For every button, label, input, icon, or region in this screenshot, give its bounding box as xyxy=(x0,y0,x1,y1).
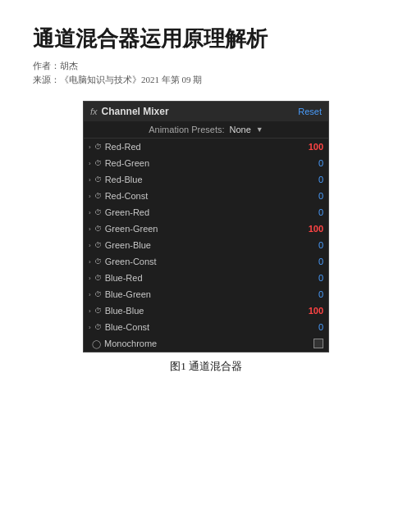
expand-arrow-icon[interactable]: › xyxy=(89,291,91,298)
author-meta: 作者：胡杰 xyxy=(33,60,379,72)
clock-icon: ⏱ xyxy=(94,290,102,298)
animation-presets-label: Animation Presets: xyxy=(149,125,224,134)
expand-arrow-icon[interactable]: › xyxy=(89,225,91,233)
expand-arrow-icon[interactable]: › xyxy=(89,324,91,331)
param-row: ›⏱Red-Const0 xyxy=(84,188,328,204)
panel-title: Channel Mixer xyxy=(102,106,169,117)
param-value[interactable]: 0 xyxy=(318,207,323,217)
param-value[interactable]: 0 xyxy=(318,289,323,299)
param-name: Green-Blue xyxy=(105,240,318,250)
param-name: Green-Green xyxy=(105,224,309,234)
param-value[interactable]: 100 xyxy=(309,224,323,234)
figure-container: fx Channel Mixer Reset Animation Presets… xyxy=(33,101,379,374)
clock-icon: ⏱ xyxy=(94,208,102,216)
expand-arrow-icon[interactable]: › xyxy=(89,160,91,167)
clock-icon: ⏱ xyxy=(94,257,102,266)
param-rows-container: ›⏱Red-Red100›⏱Red-Green0›⏱Red-Blue0›⏱Red… xyxy=(84,139,328,335)
param-row: ›⏱Blue-Red0 xyxy=(84,270,328,286)
param-value[interactable]: 0 xyxy=(318,273,323,283)
expand-arrow-icon[interactable]: › xyxy=(89,258,91,266)
clock-icon: ⏱ xyxy=(94,159,102,167)
param-name: Red-Const xyxy=(105,191,318,201)
param-value[interactable]: 0 xyxy=(318,175,323,184)
param-value[interactable]: 0 xyxy=(318,257,323,266)
param-row: ›⏱Green-Green100 xyxy=(84,221,328,237)
clock-icon: ⏱ xyxy=(94,274,102,282)
figure-caption: 图1 通道混合器 xyxy=(170,359,242,374)
param-name: Blue-Red xyxy=(105,273,318,283)
param-value[interactable]: 0 xyxy=(318,240,323,250)
param-name: Blue-Green xyxy=(105,289,318,299)
param-row: ›⏱Green-Red0 xyxy=(84,204,328,221)
mono-clock-icon: ◯ xyxy=(92,339,101,348)
clock-icon: ⏱ xyxy=(94,241,102,249)
param-value[interactable]: 0 xyxy=(318,322,323,332)
param-value[interactable]: 100 xyxy=(309,142,323,152)
source-meta: 来源：《电脑知识与技术》2021 年第 09 期 xyxy=(33,74,379,86)
animation-presets-row: Animation Presets: None ▼ xyxy=(84,121,328,138)
clock-icon: ⏱ xyxy=(94,192,102,200)
page-title: 通道混合器运用原理解析 xyxy=(33,25,379,53)
param-row: ›⏱Blue-Green0 xyxy=(84,286,328,302)
param-row: ›⏱Blue-Blue100 xyxy=(84,302,328,319)
param-name: Red-Green xyxy=(105,158,318,168)
channel-mixer-panel: fx Channel Mixer Reset Animation Presets… xyxy=(83,101,329,352)
param-row: ›⏱Red-Blue0 xyxy=(84,171,328,188)
monochrome-label: Monochrome xyxy=(104,339,314,348)
expand-arrow-icon[interactable]: › xyxy=(89,143,91,151)
expand-arrow-icon[interactable]: › xyxy=(89,307,91,315)
expand-arrow-icon[interactable]: › xyxy=(89,193,91,200)
animation-presets-value[interactable]: None xyxy=(230,125,251,134)
param-name: Red-Red xyxy=(105,142,309,152)
clock-icon: ⏱ xyxy=(94,175,102,184)
panel-header-left: fx Channel Mixer xyxy=(90,106,169,117)
monochrome-row: ◯ Monochrome xyxy=(84,335,328,352)
dropdown-arrow-icon[interactable]: ▼ xyxy=(256,125,263,134)
param-row: ›⏱Blue-Const0 xyxy=(84,319,328,335)
monochrome-checkbox[interactable] xyxy=(314,339,323,348)
param-value[interactable]: 0 xyxy=(318,191,323,201)
clock-icon: ⏱ xyxy=(94,143,102,151)
expand-arrow-icon[interactable]: › xyxy=(89,209,91,216)
param-name: Blue-Const xyxy=(105,322,318,332)
panel-header: fx Channel Mixer Reset xyxy=(84,102,328,121)
param-name: Green-Const xyxy=(105,257,318,266)
fx-label: fx xyxy=(90,107,98,116)
param-value[interactable]: 0 xyxy=(318,158,323,168)
param-row: ›⏱Green-Const0 xyxy=(84,253,328,270)
reset-button[interactable]: Reset xyxy=(298,107,322,116)
param-name: Red-Blue xyxy=(105,175,318,184)
clock-icon: ⏱ xyxy=(94,225,102,233)
param-row: ›⏱Red-Green0 xyxy=(84,155,328,171)
expand-arrow-icon[interactable]: › xyxy=(89,176,91,184)
param-row: ›⏱Green-Blue0 xyxy=(84,237,328,253)
clock-icon: ⏱ xyxy=(94,307,102,315)
param-row: ›⏱Red-Red100 xyxy=(84,139,328,155)
clock-icon: ⏱ xyxy=(94,323,102,331)
param-name: Blue-Blue xyxy=(105,306,309,316)
param-name: Green-Red xyxy=(105,207,318,217)
expand-arrow-icon[interactable]: › xyxy=(89,242,91,249)
expand-arrow-icon[interactable]: › xyxy=(89,275,91,282)
param-value[interactable]: 100 xyxy=(309,306,323,316)
